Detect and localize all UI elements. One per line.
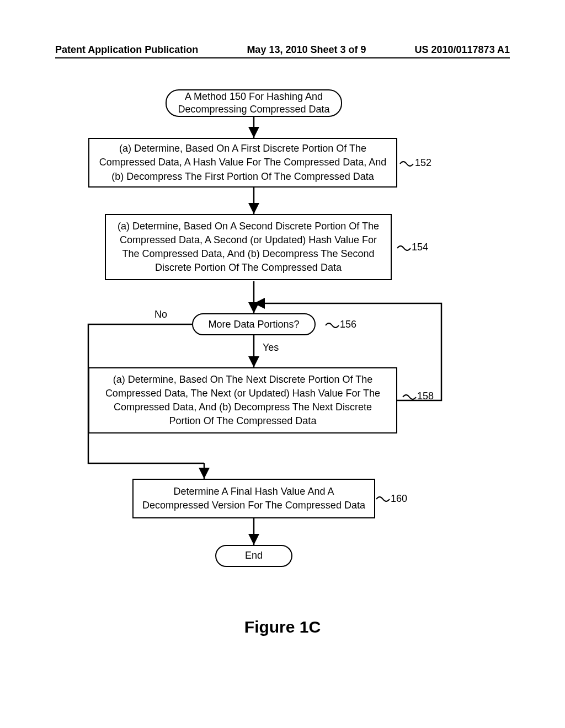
ref-160: 160 bbox=[391, 493, 407, 505]
header-left: Patent Application Publication bbox=[55, 44, 198, 56]
header-rule bbox=[55, 57, 510, 58]
flowchart: A Method 150 For Hashing And Decompressi… bbox=[55, 83, 510, 634]
flow-step-158-text: (a) Determine, Based On The Next Discret… bbox=[97, 373, 388, 429]
flow-step-154: (a) Determine, Based On A Second Discret… bbox=[105, 214, 392, 280]
ref-158: 158 bbox=[417, 390, 434, 402]
flow-end: End bbox=[215, 545, 292, 567]
edge-label-no: No bbox=[154, 309, 167, 320]
ref-156: 156 bbox=[340, 319, 356, 330]
figure-label: Figure 1C bbox=[0, 618, 565, 636]
flow-step-158: (a) Determine, Based On The Next Discret… bbox=[88, 367, 397, 433]
flow-step-152-text: (a) Determine, Based On A First Discrete… bbox=[97, 142, 388, 184]
flow-step-152: (a) Determine, Based On A First Discrete… bbox=[88, 138, 397, 188]
ref-152: 152 bbox=[415, 157, 431, 169]
flow-decision-156: More Data Portions? bbox=[192, 313, 316, 335]
flow-decision-156-text: More Data Portions? bbox=[208, 319, 299, 330]
header-right: US 2010/0117873 A1 bbox=[415, 44, 510, 56]
header-center: May 13, 2010 Sheet 3 of 9 bbox=[247, 44, 366, 56]
flow-start: A Method 150 For Hashing And Decompressi… bbox=[166, 89, 342, 117]
flow-start-text: A Method 150 For Hashing And Decompressi… bbox=[177, 90, 331, 116]
edge-label-yes: Yes bbox=[263, 342, 279, 354]
flow-step-160: Determine A Final Hash Value And A Decom… bbox=[132, 479, 375, 518]
flow-step-160-text: Determine A Final Hash Value And A Decom… bbox=[141, 485, 366, 512]
flow-step-154-text: (a) Determine, Based On A Second Discret… bbox=[114, 220, 383, 275]
ref-154: 154 bbox=[412, 242, 428, 253]
page-header: Patent Application Publication May 13, 2… bbox=[55, 44, 510, 56]
flow-end-text: End bbox=[245, 549, 263, 562]
